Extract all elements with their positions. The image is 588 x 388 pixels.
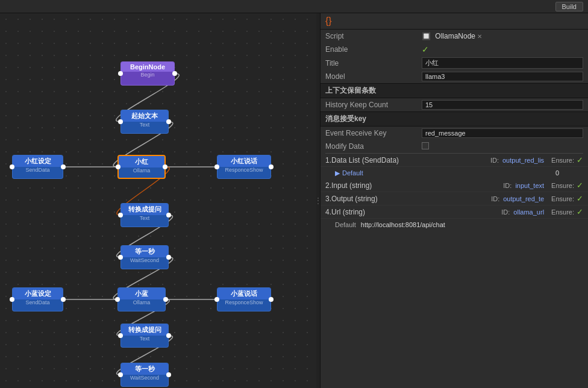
node-text1[interactable]: 起始文本Text xyxy=(120,110,169,134)
enable-label: Enable xyxy=(325,45,422,54)
node-port-left-wait1[interactable] xyxy=(118,255,123,260)
event-receive-key-value[interactable]: red_message xyxy=(422,128,583,138)
enable-value[interactable]: ✓ xyxy=(422,45,583,54)
node-ollama2[interactable]: 小蓝Ollama xyxy=(117,287,166,311)
node-footer-response1: ResponceShow xyxy=(217,167,271,174)
node-port-right-wait1[interactable] xyxy=(166,255,171,260)
node-text2[interactable]: 转换成提问Text xyxy=(120,203,169,227)
item1-label: 1.Data List (SendData) xyxy=(325,156,490,164)
canvas-area: BeginNodeBegin起始文本Text小红设定SendData小红Olla… xyxy=(0,13,316,388)
node-port-right-ollama2[interactable] xyxy=(163,297,168,302)
top-bar: Build xyxy=(0,0,588,13)
item1-id-label: ID: xyxy=(490,157,499,164)
title-value[interactable]: 小红 xyxy=(422,57,583,69)
node-port-right-wait2[interactable] xyxy=(166,372,171,377)
modify-data-checkbox[interactable] xyxy=(422,142,583,151)
node-header-text2: 转换成提问 xyxy=(121,204,168,215)
model-value[interactable]: llama3 xyxy=(422,72,583,81)
model-label: Model xyxy=(325,72,422,81)
item4-id-value: ollama_url xyxy=(513,208,544,216)
event-receive-key-label: Event Receive Key xyxy=(325,129,422,137)
node-footer-senddata2: SendData xyxy=(13,299,63,307)
item4-ensure-label: Ensure: xyxy=(551,208,574,216)
node-header-ollama2: 小蓝 xyxy=(118,288,165,299)
node-wait1[interactable]: 等一秒WaitSecond xyxy=(120,245,169,269)
node-footer-text3: Text xyxy=(121,336,168,343)
node-port-right-senddata2[interactable] xyxy=(61,297,66,302)
node-footer-text1: Text xyxy=(121,122,168,129)
title-label: Title xyxy=(325,59,422,67)
item2-id-label: ID: xyxy=(503,182,511,189)
item3-ensure-check[interactable]: ✓ xyxy=(577,194,583,203)
item2-label: 2.Input (string) xyxy=(325,181,503,190)
item4-default-row: Default http://localhost:8081/api/chat xyxy=(321,219,588,231)
node-port-left-senddata2[interactable] xyxy=(10,297,14,302)
section-context-header: 上下文保留条数 xyxy=(321,83,588,98)
node-port-left-ollama2[interactable] xyxy=(115,297,120,302)
item2-ensure-check[interactable]: ✓ xyxy=(577,181,583,190)
node-port-left-begin[interactable] xyxy=(118,71,123,76)
node-footer-ollama1: Ollama xyxy=(119,167,164,175)
node-port-right-begin[interactable] xyxy=(172,71,177,76)
node-port-left-wait2[interactable] xyxy=(118,372,123,377)
item1-ensure-label: Ensure: xyxy=(551,157,574,164)
title-row: Title 小红 xyxy=(321,56,588,70)
item1-default-row: ▶ Default 0 xyxy=(321,167,588,179)
item4-id-label: ID: xyxy=(501,208,510,216)
event-receive-key-row: Event Receive Key red_message xyxy=(321,127,588,140)
node-footer-begin: Begin xyxy=(121,72,174,79)
node-port-left-response1[interactable] xyxy=(214,164,219,169)
item4-ensure-check[interactable]: ✓ xyxy=(577,207,583,216)
node-senddata2[interactable]: 小蓝设定SendData xyxy=(12,287,63,311)
node-port-left-text2[interactable] xyxy=(118,213,123,217)
node-footer-wait1: WaitSecond xyxy=(121,257,168,264)
node-footer-ollama2: Ollama xyxy=(118,299,165,307)
node-header-begin: BeginNode xyxy=(121,62,174,72)
node-footer-wait2: WaitSecond xyxy=(121,375,168,382)
node-response1[interactable]: 小红说话ResponceShow xyxy=(217,155,271,179)
node-wait2[interactable]: 等一秒WaitSecond xyxy=(120,363,169,387)
node-header-wait2: 等一秒 xyxy=(121,363,168,375)
node-port-left-senddata1[interactable] xyxy=(10,164,14,169)
node-senddata1[interactable]: 小红设定SendData xyxy=(12,155,63,179)
node-footer-response2: ResponceShow xyxy=(217,299,271,307)
node-port-right-text2[interactable] xyxy=(166,213,171,217)
node-port-right-text1[interactable] xyxy=(166,119,171,124)
item4-default-value: http://localhost:8081/api/chat xyxy=(361,221,445,228)
item1-row: 1.Data List (SendData) ID: output_red_li… xyxy=(321,154,588,167)
node-text3[interactable]: 转换成提问Text xyxy=(120,324,169,348)
model-row: Model llama3 xyxy=(321,70,588,83)
item1-default-expand[interactable]: ▶ xyxy=(335,169,340,177)
item2-row: 2.Input (string) ID: input_text Ensure: … xyxy=(321,179,588,192)
node-response2[interactable]: 小蓝说话ResponceShow xyxy=(217,287,271,311)
node-port-left-ollama1[interactable] xyxy=(116,164,120,169)
history-keep-count-value[interactable]: 15 xyxy=(422,100,583,110)
node-port-right-ollama1[interactable] xyxy=(163,164,167,169)
node-footer-senddata1: SendData xyxy=(13,167,63,174)
enable-row: Enable ✓ xyxy=(321,43,588,56)
right-panel: {} Script 🔲 OllamaNode ✕ Enable ✓ Title … xyxy=(320,13,588,388)
node-port-right-text3[interactable] xyxy=(166,333,171,338)
node-port-left-text3[interactable] xyxy=(118,333,123,338)
section-message-key-header: 消息接受key xyxy=(321,111,588,127)
node-port-right-response1[interactable] xyxy=(269,164,274,169)
item1-ensure-check[interactable]: ✓ xyxy=(577,155,583,164)
item3-ensure-label: Ensure: xyxy=(551,195,574,202)
script-label: Script xyxy=(325,32,422,40)
item3-row: 3.Output (string) ID: output_red_te Ensu… xyxy=(321,192,588,205)
node-ollama1[interactable]: 小红Ollama xyxy=(117,155,166,179)
node-begin[interactable]: BeginNodeBegin xyxy=(120,61,175,86)
node-header-ollama1: 小红 xyxy=(119,156,164,167)
node-header-wait1: 等一秒 xyxy=(121,246,168,257)
item4-row: 4.Url (string) ID: ollama_url Ensure: ✓ xyxy=(321,205,588,219)
modify-data-row: Modify Data xyxy=(321,140,588,153)
node-port-left-response2[interactable] xyxy=(214,297,219,302)
build-button[interactable]: Build xyxy=(555,2,583,11)
panel-icon: {} xyxy=(325,16,332,27)
node-port-right-senddata1[interactable] xyxy=(61,164,66,169)
node-port-right-response2[interactable] xyxy=(269,297,274,302)
item2-id-value: input_text xyxy=(515,182,544,189)
history-keep-count-row: History Keep Count 15 xyxy=(321,98,588,111)
node-header-senddata2: 小蓝设定 xyxy=(13,288,63,299)
node-port-left-text1[interactable] xyxy=(118,119,123,124)
